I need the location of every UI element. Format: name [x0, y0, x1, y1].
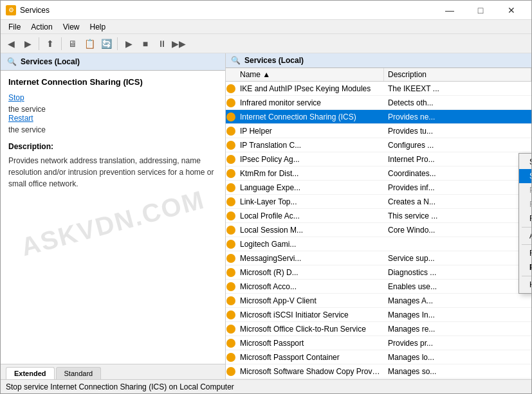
service-desc-cell: The IKEEXT ... [384, 83, 531, 94]
header-icon-spacer [226, 68, 236, 81]
service-desc-cell: Creates a N... [384, 196, 531, 208]
table-row[interactable]: Microsoft Passport ContainerManages lo..… [226, 350, 531, 364]
table-row[interactable]: Link-Layer Top...Creates a N... [226, 195, 531, 209]
services-table[interactable]: Name ▲ Description IKE and AuthIP IPsec … [226, 68, 531, 379]
table-row[interactable]: IP Translation C...Configures ... [226, 138, 531, 152]
context-menu-item-help[interactable]: Help [519, 278, 531, 292]
column-header-name[interactable]: Name ▲ [236, 68, 384, 81]
show-hide-button[interactable]: 🖥 [65, 36, 80, 51]
stop-service-link[interactable]: Stop [8, 93, 217, 102]
context-menu-item-pause: Pause [519, 183, 531, 197]
context-menu-item-label: Pause [529, 186, 531, 195]
service-name-cell: Infrared monitor service [236, 97, 384, 109]
left-panel-header: 🔍 Services (Local) [1, 53, 225, 71]
context-menu-item-label: Stop [529, 172, 531, 181]
table-row[interactable]: Microsoft (R) D...Diagnostics ... [226, 265, 531, 280]
table-row[interactable]: Local Session M...Core Windo... [226, 223, 531, 237]
context-menu-item-restart[interactable]: Restart [519, 211, 531, 226]
table-row[interactable]: Microsoft App-V ClientManages A... [226, 294, 531, 308]
forward-button[interactable]: ▶ [20, 36, 35, 51]
window-title: Services [20, 6, 435, 15]
menu-action[interactable]: Action [26, 21, 57, 33]
stop-service-button[interactable]: ■ [138, 36, 153, 51]
service-desc-cell: Enables use... [384, 281, 531, 292]
menu-file[interactable]: File [3, 21, 26, 33]
table-row[interactable]: IPsec Policy Ag...Internet Pro... [226, 152, 531, 166]
table-row[interactable]: Language Expe...Provides inf... [226, 181, 531, 195]
service-name-cell: Internet Connection Sharing (ICS) [236, 111, 384, 123]
service-name-cell: KtmRm for Dist... [236, 168, 384, 179]
start-service-button[interactable]: ▶ [121, 36, 136, 51]
restart-link-suffix: the service [8, 125, 46, 134]
service-name-cell: Microsoft Acco... [236, 281, 384, 292]
description-label: Description: [8, 142, 217, 151]
minimize-button[interactable]: — [435, 1, 464, 20]
pause-service-button[interactable]: ⏸ [154, 36, 170, 51]
right-panel-title: Services (Local) [244, 56, 304, 65]
table-row[interactable]: KtmRm for Dist...Coordinates... [226, 166, 531, 181]
menu-view[interactable]: View [58, 21, 85, 33]
context-menu-separator [522, 244, 531, 245]
service-desc-cell: Manages lo... [384, 352, 531, 363]
service-desc-cell: This service ... [384, 210, 531, 222]
table-row[interactable]: MessagingServi...Service sup... [226, 251, 531, 265]
service-icon [226, 98, 236, 107]
column-header-description[interactable]: Description [384, 68, 531, 81]
service-desc-cell: Manages In... [384, 309, 531, 321]
stop-link-suffix: the service [8, 105, 46, 114]
toolbar-separator-1 [39, 37, 39, 50]
window-controls: — □ ✕ [435, 1, 526, 20]
refresh-button[interactable]: 🔄 [98, 36, 114, 51]
context-menu-item-stop[interactable]: Stop [519, 169, 531, 183]
context-menu-item-all-tasks[interactable]: All Tasks▶ [519, 229, 531, 243]
service-icon [226, 353, 236, 362]
menu-help[interactable]: Help [85, 21, 111, 33]
tab-standard[interactable]: Standard [56, 367, 102, 379]
table-row[interactable]: Microsoft Software Shadow Copy ProviderM… [226, 364, 531, 379]
properties-button[interactable]: 📋 [82, 36, 97, 51]
service-icon [226, 169, 236, 178]
table-row[interactable]: Microsoft iSCSI Initiator ServiceManages… [226, 308, 531, 322]
resume-service-button[interactable]: ▶▶ [171, 36, 187, 51]
restart-service-link[interactable]: Restart [8, 114, 217, 123]
table-row[interactable]: Microsoft Acco...Enables use... [226, 280, 531, 294]
service-name-cell: Local Profile Ac... [236, 210, 384, 222]
table-row[interactable]: Microsoft PassportProvides pr... [226, 336, 531, 350]
context-menu-item-label: Restart [529, 214, 531, 223]
table-row[interactable]: Local Profile Ac...This service ... [226, 209, 531, 223]
table-row[interactable]: Internet Connection Sharing (ICS)Provide… [226, 110, 531, 124]
service-icon [226, 240, 236, 249]
context-menu-item-refresh[interactable]: Refresh [519, 246, 531, 260]
table-row[interactable]: Logitech Gami... [226, 237, 531, 251]
main-window: ⚙ Services — □ ✕ File Action View Help ◀… [0, 0, 532, 394]
service-name-cell: IP Translation C... [236, 139, 384, 151]
context-menu-separator [522, 227, 531, 228]
service-desc-cell: Manages re... [384, 323, 531, 335]
status-bar: Stop service Internet Connection Sharing… [1, 379, 531, 393]
service-icon [226, 282, 236, 291]
up-button[interactable]: ⬆ [42, 36, 58, 51]
table-row[interactable]: IP HelperProvides tu... [226, 124, 531, 138]
tab-extended[interactable]: Extended [6, 367, 55, 379]
table-row[interactable]: IKE and AuthIP IPsec Keying ModulesThe I… [226, 82, 531, 96]
service-desc-cell: Internet Pro... [384, 154, 531, 165]
maximize-button[interactable]: □ [466, 1, 495, 20]
table-row[interactable]: Microsoft Office Click-to-Run ServiceMan… [226, 322, 531, 336]
service-name-cell: Microsoft Passport [236, 337, 384, 349]
context-menu-item-start[interactable]: Start [519, 155, 531, 169]
context-menu-item-label: Properties [529, 263, 531, 272]
context-menu-item-label: Resume [529, 200, 531, 209]
context-menu-item-resume: Resume [519, 197, 531, 211]
service-icon [226, 325, 236, 334]
service-name-cell: IP Helper [236, 125, 384, 137]
service-desc-cell: Configures ... [384, 139, 531, 151]
toolbar: ◀ ▶ ⬆ 🖥 📋 🔄 ▶ ■ ⏸ ▶▶ [1, 34, 531, 53]
service-desc-cell: Provides ne... [384, 111, 531, 123]
back-button[interactable]: ◀ [3, 36, 19, 51]
service-desc-cell: Diagnostics ... [384, 267, 531, 278]
table-row[interactable]: Infrared monitor serviceDetects oth... [226, 96, 531, 110]
context-menu-item-properties[interactable]: Properties [519, 260, 531, 274]
close-button[interactable]: ✕ [497, 1, 526, 20]
service-name-cell: Microsoft App-V Client [236, 295, 384, 307]
service-desc-cell: Manages so... [384, 366, 531, 377]
